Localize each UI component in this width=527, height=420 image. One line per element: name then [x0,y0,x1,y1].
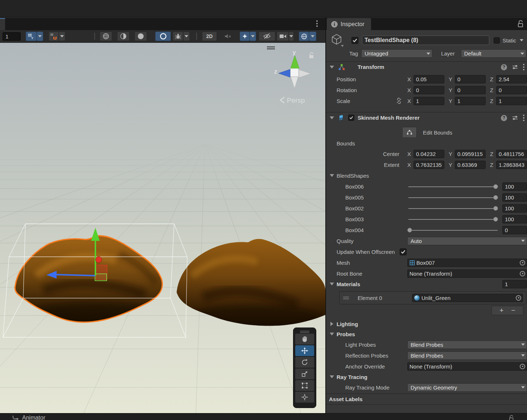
object-picker-icon[interactable] [520,271,525,276]
rotate-tool-button[interactable] [295,357,314,368]
scene-tab-fragment[interactable] [0,18,5,30]
extent-x-field[interactable]: 0.7632135 [413,161,444,169]
slider-handle[interactable] [493,184,498,189]
static-checkbox[interactable] [494,37,500,44]
blendshapes-foldout-row[interactable]: BlendShapes [326,170,527,181]
light-probes-dropdown[interactable]: Blend Probes [407,341,527,349]
foldout-open-icon[interactable] [330,174,334,177]
center-z-field[interactable]: 0.4811756 [496,150,527,158]
component-menu-icon[interactable] [523,117,524,119]
help-icon[interactable] [501,115,507,121]
scene-canvas[interactable]: y z Persp [0,43,325,413]
edit-bounds-button[interactable] [402,127,417,138]
camera-settings-button[interactable] [277,32,289,41]
mesh-object-field[interactable]: Box007 [407,259,527,267]
gameobject-name-field[interactable]: TestBlendShape (8) [362,36,489,45]
gizmo-plane-xy[interactable] [95,274,107,281]
rect-tool-button[interactable] [295,380,314,391]
probes-foldout-row[interactable]: Probes [326,329,527,339]
materials-row[interactable]: Materials 1 [326,279,527,289]
rotation-z-field[interactable]: 0 [496,86,527,94]
debug-options-dropdown[interactable] [183,32,190,41]
overlay-grip[interactable] [300,332,309,333]
blendshape-slider[interactable] [407,215,499,223]
view-tool-button[interactable] [295,334,314,345]
materials-size-field[interactable]: 1 [502,280,527,288]
effects-toggle-button[interactable] [240,32,250,41]
gizmos-button[interactable] [299,32,309,41]
quality-dropdown[interactable]: Auto [407,237,527,245]
lighting-foldout-row[interactable]: Lighting [326,319,527,329]
foldout-open-icon[interactable] [330,283,334,285]
transform-header[interactable]: Transform [326,61,527,72]
debug-button[interactable] [173,32,183,41]
scale-tool-button[interactable] [295,368,314,379]
camera-options-dropdown[interactable] [289,32,294,41]
foldout-open-icon[interactable] [330,116,334,119]
grid-options-dropdown[interactable] [37,32,43,41]
transform-tool-button[interactable] [295,392,314,403]
reflection-probes-dropdown[interactable]: Blend Probes [407,351,527,360]
object-picker-icon[interactable] [520,260,525,265]
slider-handle[interactable] [493,217,498,222]
grid-size-field[interactable] [3,32,21,41]
gizmo-center-cube[interactable] [291,69,299,77]
static-options-dropdown-icon[interactable] [520,39,523,41]
animator-tab-label[interactable]: Animator [22,415,45,420]
scale-z-field[interactable]: 1 [496,97,527,105]
remove-element-button[interactable]: − [511,306,515,314]
root-bone-object-field[interactable]: None (Transform) [407,269,527,278]
add-element-button[interactable]: + [499,306,503,314]
component-enabled-checkbox[interactable] [348,115,354,121]
blendshape-slider[interactable] [407,182,499,191]
animator-unlock-icon[interactable] [509,415,514,420]
blendshape-slider[interactable] [407,226,499,234]
tab-inspector[interactable]: Inspector [327,18,371,30]
overlay-grip[interactable] [300,331,309,332]
move-tool-button[interactable] [295,345,314,356]
object-picker-icon[interactable] [520,364,525,369]
effects-options-dropdown[interactable] [250,32,256,41]
slider-handle[interactable] [493,195,498,200]
element0-material-field[interactable]: Unlit_Green [412,294,523,302]
position-x-field[interactable]: 0.05 [413,75,444,83]
tag-dropdown[interactable]: Untagged [361,49,432,58]
scene-view[interactable]: Y [0,30,325,413]
unlink-scale-icon[interactable] [396,98,402,104]
layer-dropdown[interactable]: Default [461,49,526,58]
gizmos-options-dropdown[interactable] [309,32,316,41]
shaded-wireframe-button[interactable] [100,32,112,41]
rotation-y-field[interactable]: 0 [455,86,486,94]
scene-lighting-button[interactable] [155,32,171,41]
snap-options-dropdown[interactable] [59,32,65,41]
blendshape-value-field[interactable]: 100 [502,215,527,223]
extent-y-field[interactable]: 0.63369 [455,161,486,169]
foldout-open-icon[interactable] [330,375,334,378]
grid-visibility-button[interactable]: Y [26,32,37,41]
update-when-offscreen-checkbox[interactable] [400,248,407,255]
component-menu-icon[interactable] [523,66,524,68]
position-z-field[interactable]: 2.54 [496,75,527,83]
asset-labels-header[interactable]: Asset Labels [326,394,527,404]
snap-toggle-button[interactable] [49,32,59,41]
solid-sphere-button[interactable] [135,32,147,41]
blendshape-slider[interactable] [407,193,499,202]
center-x-field[interactable]: 0.04232 [413,150,444,158]
active-checkbox[interactable] [351,37,358,44]
blendshape-slider[interactable] [407,204,499,213]
blendshape-value-field[interactable]: 100 [502,193,527,202]
foldout-closed-icon[interactable] [330,322,333,326]
ray-tracing-foldout-row[interactable]: Ray Tracing [326,372,527,382]
object-picker-icon[interactable] [516,295,521,301]
rotation-x-field[interactable]: 0 [413,86,444,94]
half-shaded-button[interactable] [117,32,129,41]
scale-x-field[interactable]: 1 [413,97,444,105]
drag-handle-icon[interactable] [343,297,349,299]
slider-handle[interactable] [407,228,412,232]
slider-handle[interactable] [493,206,498,211]
blendshape-value-field[interactable]: 0 [502,226,527,234]
presets-icon[interactable] [512,64,518,70]
audio-toggle-button[interactable] [221,32,234,41]
gizmo-x-axis-dot[interactable] [96,257,102,263]
presets-icon[interactable] [512,115,518,121]
